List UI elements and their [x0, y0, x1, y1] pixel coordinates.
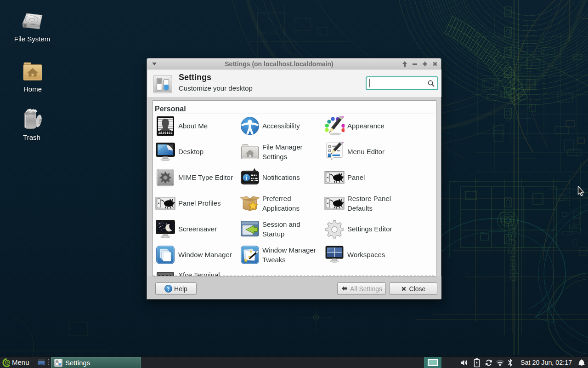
svg-text:?: ?: [167, 286, 170, 292]
svg-text:openSUSE: openSUSE: [505, 222, 519, 282]
